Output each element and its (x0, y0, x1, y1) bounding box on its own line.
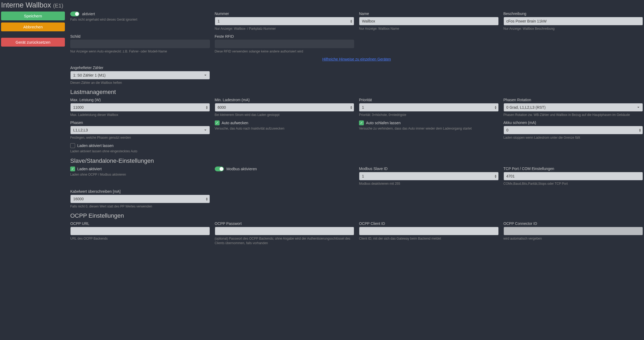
ocpp-url-label: OCPP URL (70, 221, 210, 226)
activate-label: aktiviert (82, 12, 95, 16)
name-label: Name (359, 12, 499, 16)
description-input[interactable] (504, 17, 643, 25)
rfid-hint: Diese RFID verwenden solange keine ander… (215, 49, 354, 54)
slave-section-title: Slave/Standalone-Einstellungen (70, 157, 643, 164)
ocpp-connector-id-label: OCPP Connector ID (504, 221, 643, 226)
number-input[interactable] (215, 17, 354, 25)
modbus-active-label: Modbus aktivieren (226, 167, 257, 171)
attached-meter-select[interactable]: 1: S0 Zähler 1 (M1) (70, 71, 210, 80)
akku-hint: Laden stoppen wenn Ladestrom unter die G… (504, 135, 643, 140)
ocpp-connector-id-hint: wird automatisch vergeben (504, 236, 643, 241)
main-form: aktiviert Falls nicht angehakt wird dies… (70, 12, 643, 249)
max-power-hint: Max. Ladeleistung dieser Wallbox (70, 113, 210, 117)
keep-charging-hint: Laden aktiviert lassen ohne eingesteckte… (70, 149, 210, 154)
ocpp-url-input[interactable] (70, 227, 210, 235)
phases-hint: Festlegen, welche Phasen genutzt werden (70, 135, 210, 140)
number-hint: Nur Anzeige: Wallbox- / Parkplatz-Nummer (215, 27, 354, 31)
keep-charging-label: Laden aktiviert lassen (77, 143, 113, 148)
schild-hint: Nur Anzeige wenn Auto eingesteckt: z.B. … (70, 49, 210, 54)
attached-meter-label: Angehefteter Zähler (70, 66, 210, 70)
ocpp-client-id-input[interactable] (359, 227, 499, 235)
charging-active-label: Laden aktiviert (77, 167, 102, 171)
charging-active-checkbox[interactable]: ✓ (70, 167, 75, 171)
wake-car-label: Auto aufwecken (222, 121, 249, 125)
device-help-link[interactable]: Hilfreiche Hinweise zu einzelnen Geräten (322, 57, 391, 61)
schild-input[interactable] (70, 40, 210, 48)
ocpp-connector-id-input (504, 227, 643, 235)
description-label: Beschreibung (504, 12, 643, 16)
let-sleep-label: Auto schlafen lassen (366, 121, 401, 125)
attached-meter-hint: Diesen Zähler an die Wallbox heften (70, 81, 210, 85)
activate-toggle[interactable] (70, 12, 79, 16)
phase-rotation-label: Phasen Rotation (504, 98, 643, 102)
cable-override-label: Kabelwert überschreiben [mA] (70, 189, 210, 194)
modbus-active-toggle[interactable] (215, 167, 224, 171)
load-section-title: Lastmanagement (70, 89, 643, 96)
modbus-id-hint: Modbus deaktivieren mit 255 (359, 182, 499, 186)
sidebar: Speichern Abbrechen Gerät zurücksetzen (1, 12, 65, 249)
name-hint: Nur Anzeige: Wallbox Name (359, 27, 499, 31)
cable-override-input[interactable] (70, 195, 210, 203)
ocpp-password-hint: (optional) Passwort des OCPP Backends; o… (215, 236, 354, 245)
ocpp-url-hint: URL des OCPP Backends (70, 236, 210, 241)
name-input[interactable] (359, 17, 499, 25)
schild-label: Schild (70, 34, 210, 39)
tcp-port-label: TCP Port / COM Einstellungen (504, 167, 643, 171)
ocpp-client-id-label: OCPP Client ID (359, 221, 499, 226)
cancel-button[interactable]: Abbrechen (1, 22, 65, 31)
akku-label: Akku schonen (mA) (504, 120, 643, 125)
modbus-id-input[interactable] (359, 172, 499, 180)
modbus-id-label: Modbus Slave ID (359, 167, 499, 171)
activate-hint: Falls nicht angehakt wird dieses Gerät i… (70, 17, 210, 22)
ocpp-password-label: OCPP Passwort (215, 221, 354, 226)
let-sleep-checkbox[interactable]: ✓ (359, 120, 364, 125)
phases-select[interactable]: L1,L2,L3 (70, 126, 210, 134)
charging-active-hint: Laden ohne OCPP / Modbus aktivieren (70, 172, 210, 177)
ocpp-section-title: OCPP Einstellungen (70, 212, 643, 219)
keep-charging-checkbox[interactable] (70, 143, 75, 148)
priority-input[interactable] (359, 103, 499, 112)
rfid-input[interactable] (215, 40, 354, 48)
description-hint: Nur Anzeige: Wallbox Beschreibung (504, 27, 643, 31)
wake-car-checkbox[interactable]: ✓ (215, 120, 220, 125)
page-title: Interne Wallbox (E1) (1, 1, 643, 9)
reset-device-button[interactable]: Gerät zurücksetzen (1, 38, 65, 47)
min-current-label: Min. Ladestrom (mA) (215, 98, 354, 102)
akku-input[interactable] (504, 126, 643, 134)
let-sleep-hint: Versuche zu verhindern, dass das Auto im… (359, 126, 499, 131)
priority-hint: Priorität: 3=höchste, 0=niedrigste (359, 113, 499, 117)
wake-car-hint: Versuche, das Auto nach Inaktivität aufz… (215, 126, 354, 131)
max-power-input[interactable] (70, 103, 210, 112)
ocpp-password-input[interactable] (215, 227, 354, 235)
number-label: Nummer (215, 12, 354, 16)
min-current-hint: Bei kleinerem Strom wird das Laden gesto… (215, 113, 354, 117)
rfid-label: Feste RFID (215, 34, 354, 39)
cable-override-hint: Falls nicht 0, diesen Wert statt des PP … (70, 204, 210, 209)
phase-rotation-select[interactable]: 0 Grad, L1,L2,L3 (RST) (504, 103, 643, 112)
priority-label: Priorität (359, 98, 499, 102)
tcp-port-input[interactable] (504, 172, 643, 180)
min-current-input[interactable] (215, 103, 354, 112)
tcp-port-hint: COMx,Baud,Bits,Parität,Stops oder TCP Po… (504, 182, 643, 186)
max-power-label: Max. Leistung (W) (70, 98, 210, 102)
ocpp-client-id-hint: Client ID, mit der sich das Gateway beim… (359, 236, 499, 241)
phase-rotation-hint: Phasen Rotation zw. WB-Zähler und Wallbo… (504, 113, 643, 117)
save-button[interactable]: Speichern (1, 12, 65, 20)
phases-label: Phasen (70, 120, 210, 125)
